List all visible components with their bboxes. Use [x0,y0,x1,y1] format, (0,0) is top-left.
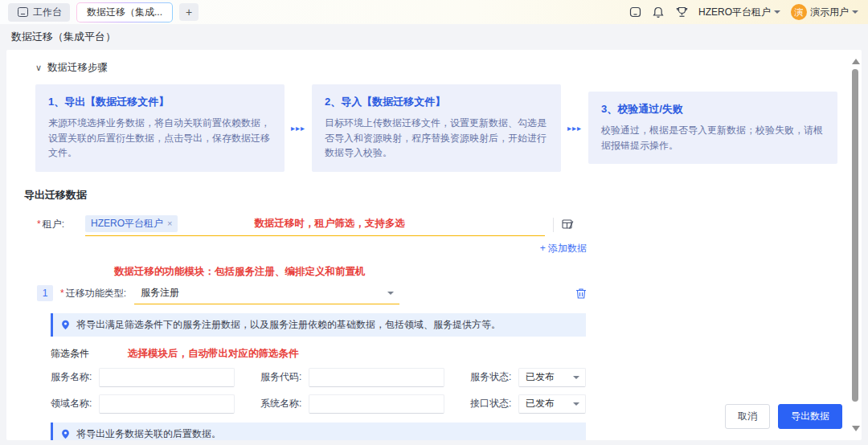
scrollbar[interactable] [850,55,860,435]
filter-system-name: 系统名称: [260,394,444,414]
row-index-badge: 1 [37,285,53,301]
chevron-down-icon [573,376,579,382]
filter-domain-name: 领域名称: [51,394,235,414]
avatar: 演 [791,4,807,20]
lov-table-icon [562,219,574,230]
plus-icon: + [186,6,192,18]
required-asterisk: * [37,218,41,230]
step-arrow-icon: ▸▸▸ [285,124,312,133]
migration-type-value: 服务注册 [141,287,179,298]
banner-text: 将导出业务数据关联的后置数据。 [76,427,221,440]
tab-workbench[interactable]: 工作台 [8,3,70,22]
filter-service-status: 服务状态: 已发布 [470,368,586,387]
info-banner-filter: 将导出满足筛选条件下的服务注册数据，以及服务注册依赖的基础数据，包括领域、服务提… [51,313,586,337]
tab-workbench-label: 工作台 [33,6,62,19]
banner-text: 将导出满足筛选条件下的服务注册数据，以及服务注册依赖的基础数据，包括领域、服务提… [76,318,501,332]
plus-icon: + [540,243,546,254]
filter-title: 筛选条件 [51,347,89,361]
filter-grid: 服务名称: 服务代码: 服务状态: 已发布 领域名称: 系统名称: [51,368,586,414]
bell-icon[interactable] [652,6,665,18]
tenant-switcher-label: HZERO平台租户 [698,6,771,19]
type-annotation: 数据迁移的功能模块：包括服务注册、编排定义和前置机 [114,265,837,279]
user-menu[interactable]: 演 演示用户 [791,4,858,20]
close-icon[interactable]: × [167,218,172,228]
tenant-label: *租户: [37,218,85,231]
tenant-annotation: 数据迁移时，租户筛选，支持多选 [254,217,405,231]
chevron-down-icon [852,10,858,17]
pin-icon [61,429,70,439]
filter-title-row: 筛选条件 选择模块后，自动带出对应的筛选条件 [51,347,837,361]
add-data-link[interactable]: + 添加数据 [37,242,587,255]
tenant-multiselect[interactable]: HZERO平台租户 × 数据迁移时，租户筛选，支持多选 [85,214,545,236]
trophy-icon[interactable] [675,6,688,18]
delete-row-button[interactable] [575,288,587,300]
step-desc: 校验通过，根据是否导入更新数据；校验失败，请根据报错提示操作。 [601,123,825,153]
new-tab-button[interactable]: + [179,3,199,21]
steps-row: 1、导出【数据迁移文件】 来源环境选择业务数据，将自动关联前置依赖数据，设置关联… [35,84,837,172]
scroll-down-icon[interactable] [852,426,860,435]
chevron-down-icon [387,292,394,298]
scroll-up-icon[interactable] [852,55,860,64]
tab-data-migration[interactable]: 数据迁移（集成... [76,2,173,22]
chevron-down-icon: ∨ [35,63,42,73]
step-desc: 目标环境上传数据迁移文件，设置更新数据、勾选是否导入和资源映射，程序替换资源映射… [325,116,548,161]
step-title: 2、导入【数据迁移文件】 [325,95,548,109]
step-title: 1、导出【数据迁移文件】 [48,95,272,109]
service-status-select[interactable]: 已发布 [518,368,586,387]
service-code-input[interactable] [309,368,444,387]
step-title: 3、校验通过/失败 [601,102,825,116]
add-data-label: 添加数据 [548,243,587,254]
migration-type-select[interactable]: 服务注册 [134,283,399,304]
step-card-import: 2、导入【数据迁移文件】 目标环境上传数据迁移文件，设置更新数据、勾选是否导入和… [312,84,561,172]
tenant-switcher[interactable]: HZERO平台租户 [698,6,780,19]
tab-data-migration-label: 数据迁移（集成... [87,6,162,19]
steps-section-label: 数据迁移步骤 [47,61,108,75]
steps-collapse-header[interactable]: ∨ 数据迁移步骤 [35,61,837,75]
filter-service-name: 服务名称: [51,368,235,387]
step-card-export: 1、导出【数据迁移文件】 来源环境选择业务数据，将自动关联前置依赖数据，设置关联… [35,84,285,172]
home-icon[interactable] [628,6,641,18]
scrollbar-thumb[interactable] [852,69,858,402]
interface-status-select[interactable]: 已发布 [518,394,586,414]
step-card-validate: 3、校验通过/失败 校验通过，根据是否导入更新数据；校验失败，请根据报错提示操作… [588,92,837,164]
title-bar: 数据迁移（集成平台） [0,24,868,50]
tenant-field-row: *租户: HZERO平台租户 × 数据迁移时，租户筛选，支持多选 [37,214,574,236]
pin-icon [61,320,70,330]
user-name: 演示用户 [810,6,849,19]
form-heading: 导出迁移数据 [24,188,837,202]
step-desc: 来源环境选择业务数据，将自动关联前置依赖数据，设置关联的后置衍生数据，点击导出，… [48,116,272,161]
info-banner-post: 将导出业务数据关联的后置数据。 [51,423,586,440]
tenant-lov-button[interactable] [553,218,574,232]
service-name-input[interactable] [99,368,235,387]
tenant-tag: HZERO平台租户 × [85,215,178,232]
required-asterisk: * [60,288,64,299]
export-data-button[interactable]: 导出数据 [778,404,842,429]
filter-annotation: 选择模块后，自动带出对应的筛选条件 [128,347,299,361]
workbench-icon [16,6,29,18]
migration-type-row: 1 *迁移功能类型: 服务注册 [37,283,587,304]
topbar-right: HZERO平台租户 演 演示用户 [628,4,858,20]
migration-type-label: *迁移功能类型: [60,287,126,300]
domain-name-input[interactable] [99,394,235,414]
chevron-down-icon [573,402,579,409]
filter-service-code: 服务代码: [260,368,444,387]
page-title: 数据迁移（集成平台） [11,30,116,44]
step-arrow-icon: ▸▸▸ [561,124,588,133]
main-content: ∨ 数据迁移步骤 1、导出【数据迁移文件】 来源环境选择业务数据，将自动关联前置… [6,50,862,440]
chevron-down-icon [774,10,780,17]
top-bar: 工作台 数据迁移（集成... + HZERO平台租户 演 演示用户 [0,0,868,24]
cancel-button[interactable]: 取消 [725,404,770,429]
filter-interface-status: 接口状态: 已发布 [470,394,586,414]
system-name-input[interactable] [309,394,444,414]
footer-buttons: 取消 导出数据 [725,404,842,429]
